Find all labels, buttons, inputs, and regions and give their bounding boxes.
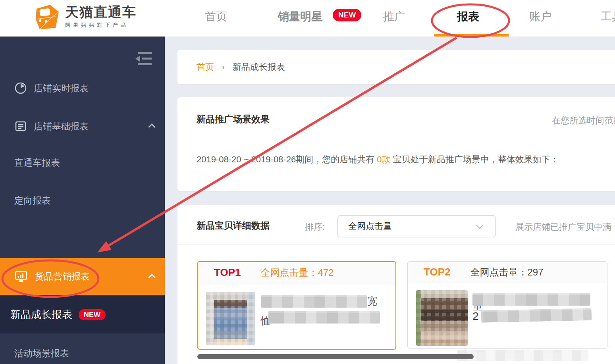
sort-selected-value: 全网点击量 (348, 220, 392, 232)
active-tab-underline (434, 34, 509, 37)
sidebar-item-product-marketing-report[interactable]: 货品营销报表 (0, 258, 165, 295)
sidebar-item-label: 货品营销报表 (35, 270, 90, 283)
sidebar: 店铺实时报表 店铺基础报表 直通车报表 定向报表 (0, 37, 165, 364)
metric-value: 297 (527, 267, 543, 277)
censored-text-fragment: 宽 (367, 295, 377, 308)
summary-text: 宝贝处于新品推广场景中，整体效果如下： (391, 154, 559, 164)
breadcrumb-separator: › (222, 62, 225, 71)
sidebar-item-label: 活动场景报表 (14, 347, 69, 360)
new-badge: NEW (79, 309, 106, 320)
logo-subtitle: 阿里妈妈旗下产品 (65, 21, 137, 29)
detail-header: 新品宝贝详细数据 排序: 全网点击量 展示店铺已推广宝贝中满 (177, 205, 615, 245)
metric-text: 全网点击量：472 (260, 266, 334, 279)
censored-title-line (481, 308, 592, 323)
censored-title-line (472, 293, 590, 306)
chevron-up-icon (148, 123, 155, 131)
top2-card-header: TOP2 全网点击量：297 (408, 262, 607, 283)
top2-product-card[interactable]: TOP2 全网点击量：297 量 2 (407, 261, 607, 349)
detail-data-card: 新品宝贝详细数据 排序: 全网点击量 展示店铺已推广宝贝中满 TOP1 全网点击… (177, 205, 615, 364)
section-title: 新品宝贝详细数据 (197, 219, 270, 232)
rank-label: TOP1 (214, 266, 241, 279)
logo-title: 天猫直通车 (65, 4, 137, 20)
sidebar-item-label: 店铺实时报表 (34, 82, 89, 94)
breadcrumb-card: 首页 › 新品成长报表 (177, 50, 615, 84)
clock-icon (14, 82, 27, 94)
sidebar-item-targeting-report[interactable]: 定向报表 (0, 191, 165, 210)
nav-account[interactable]: 账户 (529, 10, 551, 23)
nav-sales-star[interactable]: 销量明星 (278, 10, 322, 23)
summary-paragraph: 2019-08-20 ~ 2019-08-26期间，您的店铺共有 0款 宝贝处于… (197, 153, 559, 166)
censored-product-image (206, 292, 255, 345)
collapse-sidebar-icon[interactable] (134, 50, 154, 68)
top1-product-card[interactable]: TOP1 全网点击量：472 宽 恤 (197, 261, 396, 350)
nav-promotion[interactable]: 推广 (383, 10, 405, 23)
sidebar-item-label: 新品成长报表 (10, 308, 72, 322)
detail-right-note: 展示店铺已推广宝贝中满 (515, 221, 615, 233)
train-logo-icon (34, 3, 60, 31)
divider (195, 138, 615, 138)
top-header: 天猫直通车 阿里妈妈旗下产品 首页 销量明星 NEW 推广 报表 账户 工具 (0, 0, 615, 37)
sidebar-item-realtime-report[interactable]: 店铺实时报表 (0, 79, 165, 98)
sidebar-item-label: 定向报表 (14, 195, 51, 207)
censored-product-image (416, 290, 468, 346)
rank-label: TOP2 (424, 266, 450, 278)
section-title: 新品推广场景效果 (197, 112, 270, 126)
sort-label: 排序: (305, 221, 325, 233)
nav-report[interactable]: 报表 (457, 10, 479, 23)
sidebar-item-ztc-report[interactable]: 直通车报表 (0, 153, 165, 172)
breadcrumb-home-link[interactable]: 首页 (197, 61, 214, 73)
sort-select[interactable]: 全网点击量 (337, 215, 496, 237)
censored-fragment (457, 350, 588, 361)
sidebar-item-activity-scene-report[interactable]: 活动场景报表 (0, 344, 165, 363)
chevron-down-icon (476, 222, 483, 229)
breadcrumb: 首页 › 新品成长报表 (177, 50, 615, 84)
nav-home[interactable]: 首页 (205, 10, 227, 23)
nav-tools[interactable]: 工具 (601, 10, 615, 23)
breadcrumb-current: 新品成长报表 (233, 61, 285, 73)
censored-title-line (268, 311, 380, 324)
new-badge: NEW (333, 9, 361, 21)
sidebar-item-new-product-growth-report[interactable]: 新品成长报表 NEW (0, 296, 165, 333)
metric-value: 472 (318, 267, 334, 278)
sidebar-item-basic-report[interactable]: 店铺基础报表 (0, 117, 165, 136)
sidebar-item-label: 直通车报表 (14, 157, 60, 169)
metric-label: 全网点击量： (260, 267, 318, 278)
time-range-note: 在您所选时间范围 (552, 115, 615, 127)
top1-card-header: TOP1 全网点击量：472 (198, 262, 395, 283)
censored-title-line (261, 295, 367, 308)
censored-text-fragment: 2 (472, 310, 479, 323)
metric-text: 全网点击量：297 (470, 266, 543, 279)
summary-text: 2019-08-20 ~ 2019-08-26期间，您的店铺共有 (197, 154, 377, 164)
horizontal-scrollbar[interactable] (197, 354, 474, 359)
logo[interactable]: 天猫直通车 阿里妈妈旗下产品 (34, 3, 137, 31)
highlight-count: 0款 (377, 154, 390, 164)
monitor-chart-icon (14, 270, 28, 283)
app-screen: 店铺实时报表 店铺基础报表 直通车报表 定向报表 (0, 0, 615, 364)
scene-effect-card: 新品推广场景效果 在您所选时间范围 2019-08-20 ~ 2019-08-2… (177, 97, 615, 191)
sidebar-item-label: 店铺基础报表 (34, 120, 89, 133)
metric-label: 全网点击量： (470, 267, 527, 277)
document-icon (14, 120, 27, 133)
chevron-up-icon (148, 273, 155, 281)
